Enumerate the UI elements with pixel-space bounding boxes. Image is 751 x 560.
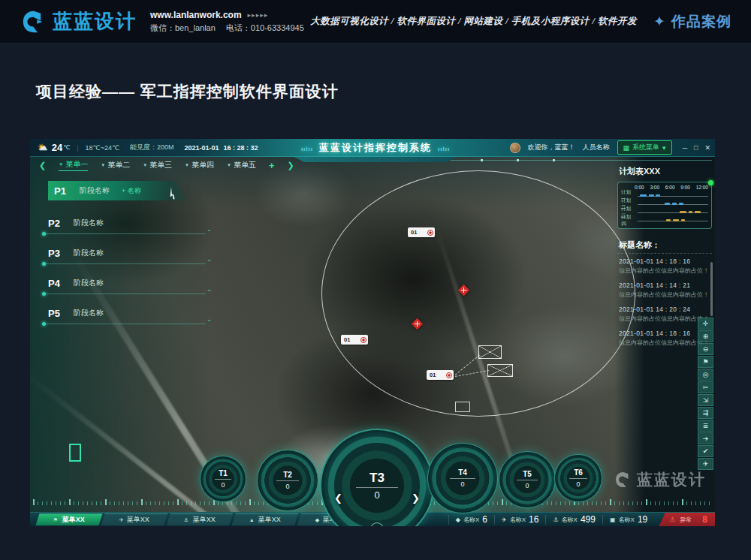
menu-label: 菜单一 xyxy=(65,159,88,170)
alarm-badge[interactable]: ⚠ 异常 8 xyxy=(659,513,715,527)
portfolio-button[interactable]: ✦ 作品案例 xyxy=(653,12,731,32)
flag-icon: ⚑ xyxy=(53,517,58,523)
dial-t5[interactable]: T50 xyxy=(499,451,556,508)
bottom-tab-1[interactable]: ⚑菜单XX xyxy=(35,513,102,525)
dial-play-button[interactable]: ▶ xyxy=(370,522,384,526)
dial-t4[interactable]: T40 xyxy=(427,443,498,513)
stage-item-p4[interactable]: P4 阶段名称 ⌄ xyxy=(48,274,210,292)
stage-add-name[interactable]: + 名称 xyxy=(122,186,141,196)
menu-next-arrow[interactable]: ❯ xyxy=(288,161,294,170)
route-tool-icon[interactable]: ⇶ xyxy=(698,407,713,419)
map-marker-label[interactable]: 01 xyxy=(427,370,454,380)
aircraft-tool-icon[interactable]: ✈ xyxy=(698,458,713,470)
bottom-tab-4[interactable]: ▲菜单XX xyxy=(231,513,298,525)
gantt-row-label: 计划四 xyxy=(621,214,635,227)
dial-id: T2 xyxy=(283,471,292,479)
dial-id: T5 xyxy=(523,470,532,478)
stage-name: 阶段名称 xyxy=(74,308,104,318)
portfolio-star-icon: ✦ xyxy=(653,13,666,30)
menu-item-1[interactable]: ▼菜单一 xyxy=(59,159,88,171)
system-menu-button[interactable]: ▦ 系统菜单 ▾ xyxy=(617,140,672,155)
user-avatar[interactable] xyxy=(510,143,520,153)
zoom-out-icon[interactable]: ⊖ xyxy=(698,343,713,355)
bottom-tab-3[interactable]: ⚓菜单XX xyxy=(166,513,233,525)
weather-icon: ⛅ xyxy=(38,143,48,152)
chevron-down-icon: ⌄ xyxy=(207,226,212,233)
status-stats: ◆名称X6 ✈名称X16 ⚓名称X499 ▣名称X19 ⚠ 异常 8 xyxy=(448,513,715,527)
dial-t1[interactable]: T10 xyxy=(200,456,246,502)
forward-tool-icon[interactable]: ➔ xyxy=(698,432,713,444)
dial-value: 0 xyxy=(285,483,289,490)
map-crossed-zone xyxy=(478,345,502,359)
message-item[interactable]: 2021-01-01 14 : 14 : 21 信息内容的占位信息内容的占位！ xyxy=(617,282,712,299)
layers-tool-icon[interactable]: ≣ xyxy=(698,420,713,432)
stage-item-p3[interactable]: P3 阶段名称 ⌄ xyxy=(48,244,210,262)
dial-id: T1 xyxy=(219,469,228,477)
dial-prev-button[interactable]: ❮ xyxy=(334,492,342,504)
gantt-track xyxy=(638,219,708,221)
menu-label: 菜单二 xyxy=(107,160,130,170)
date-value: 2021-01-01 xyxy=(185,144,219,152)
ship-icon: ⚓ xyxy=(184,517,189,523)
scrollbar[interactable] xyxy=(710,262,713,316)
portfolio-label: 作品案例 xyxy=(671,12,731,32)
chevron-down-icon: ▼ xyxy=(59,162,63,167)
menu-item-4[interactable]: ▼菜单四 xyxy=(185,160,214,170)
equalizer-decoration: ıılıı xyxy=(301,146,313,152)
message-text: 信息内容的占位信息内容的占位！ xyxy=(619,266,712,275)
menu-item-5[interactable]: ▼菜单五 xyxy=(227,160,256,170)
menu-label: 菜单四 xyxy=(192,160,214,170)
menu-item-2[interactable]: ▼菜单二 xyxy=(101,160,130,170)
confirm-tool-icon[interactable]: ✔ xyxy=(698,445,713,457)
target-dot-icon xyxy=(427,230,433,236)
gantt-time-tick: 9:00 xyxy=(680,185,690,190)
map-target-diamond[interactable] xyxy=(458,285,470,297)
dial-id: T6 xyxy=(574,468,583,477)
chevron-down-icon: ▾ xyxy=(662,144,666,152)
stage-item-p2[interactable]: P2 阶段名称 ⌄ xyxy=(48,214,210,232)
watermark: 蓝蓝设计 xyxy=(614,469,706,490)
stat-label: 名称X xyxy=(562,516,578,524)
window-maximize-button[interactable]: □ xyxy=(694,144,698,152)
dial-t2[interactable]: T20 xyxy=(257,450,318,511)
menu-add-button[interactable]: + xyxy=(269,160,275,171)
cut-tool-icon[interactable]: ✂ xyxy=(698,381,713,393)
stage-item-p5[interactable]: P5 阶段名称 ⌄ xyxy=(48,304,210,322)
services-nav[interactable]: 大数据可视化设计 / 软件界面设计 / 网站建设 / 手机及小程序设计 / 软件… xyxy=(310,15,637,28)
gantt-corner-dot xyxy=(708,180,713,185)
measure-tool-icon[interactable]: ⇲ xyxy=(698,394,713,406)
site-header: 蓝蓝设计 www.lanlanwork.com ▸▸▸▸▸ 微信：ben_lan… xyxy=(0,0,751,44)
logo-text: 蓝蓝设计 xyxy=(53,8,137,35)
bottom-tab-2[interactable]: ✈菜单XX xyxy=(101,513,167,525)
gantt-track xyxy=(638,211,708,213)
stage-name: 阶段名称 xyxy=(74,248,104,258)
message-item[interactable]: 2021-01-01 14 : 18 : 16 信息内容的占位信息内容的占位！ xyxy=(617,257,712,275)
person-name[interactable]: 人员名称 xyxy=(583,143,610,152)
gantt-time-tick: 6:00 xyxy=(665,185,675,190)
system-title: 蓝蓝设计指挥控制系统 xyxy=(319,142,432,153)
window-close-button[interactable]: ✕ xyxy=(704,144,710,152)
map-target-diamond[interactable] xyxy=(412,318,424,330)
website-url[interactable]: www.lanlanwork.com xyxy=(150,10,242,20)
lanlan-logo[interactable]: 蓝蓝设计 xyxy=(21,8,137,35)
stat-value: 16 xyxy=(529,514,538,525)
map-marker-label[interactable]: 01 xyxy=(408,227,435,237)
visibility-value: 能见度：200M xyxy=(130,143,174,152)
pan-tool-icon[interactable]: ✛ xyxy=(698,318,713,330)
ship-icon: ⚓ xyxy=(553,516,558,523)
stat-value: 499 xyxy=(581,514,596,525)
dial-t6[interactable]: T60 xyxy=(554,454,602,502)
dial-next-button[interactable]: ❯ xyxy=(412,492,420,504)
topbar-line-decoration xyxy=(451,160,712,161)
stage-name: 阶段名称 xyxy=(74,278,104,288)
pin-tool-icon[interactable]: ⚑ xyxy=(698,356,713,368)
zoom-in-icon[interactable]: ⊕ xyxy=(698,330,713,342)
target-tool-icon[interactable]: ◎ xyxy=(698,369,713,381)
chevron-down-icon: ▼ xyxy=(101,163,105,167)
window-minimize-button[interactable]: ─ xyxy=(683,144,687,152)
app-topbar: ⛅ 24 ℃ | 18℃~24℃ 能见度：200M 2021-01-01 16 … xyxy=(30,139,715,157)
menu-item-3[interactable]: ▼菜单三 xyxy=(143,160,172,170)
system-menu-icon: ▦ xyxy=(623,144,630,152)
menu-prev-arrow[interactable]: ❮ xyxy=(39,161,46,170)
map-marker-label[interactable]: 01 xyxy=(341,335,368,345)
